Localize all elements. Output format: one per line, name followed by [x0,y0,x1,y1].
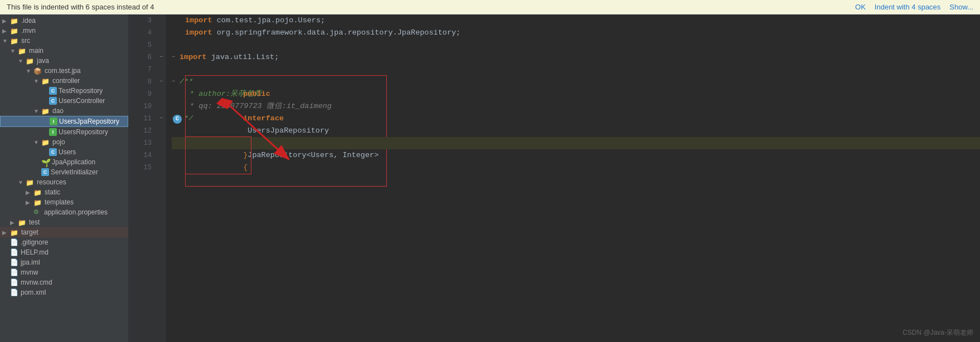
chevron-icon: ▶ [2,28,9,34]
gutter-8[interactable]: − [156,76,166,88]
sidebar-item-test[interactable]: ▶ 📁 test [0,217,128,227]
notification-actions: OK Indent with 4 spaces Show... [855,3,973,11]
sidebar-label-usersjparepository: UsersJpaRepository [59,118,119,125]
sidebar-item-dao[interactable]: ▼ 📁 dao [0,106,128,116]
code-text: org.springframework.data.jpa.repository.… [212,27,461,39]
sidebar-item-usersrepository[interactable]: ▶ I UsersRepository [0,127,128,137]
line-num-7: 7 [128,63,152,76]
fold-marker-8[interactable]: − [172,76,179,88]
line-num-8: 8 [128,76,152,88]
editor-area: 3 4 5 6 7 8 9 10 11 12 13 14 15 − [128,14,980,342]
ok-button[interactable]: OK [855,3,866,11]
line-num-5: 5 [128,39,152,51]
sidebar-label-comtestjpa: com.test.jpa [45,67,81,75]
sidebar-label-java: java [37,57,49,65]
sidebar: ▶ 📁 .idea ▶ 📁 .mvn ▼ 📁 src ▼ 📁 main ▼ 📁 … [0,14,128,342]
sidebar-label-target: target [21,228,38,236]
class-c-icon: C [49,148,57,156]
code-container: 3 4 5 6 7 8 9 10 11 12 13 14 15 − [128,14,980,342]
gutter-6[interactable]: − [156,51,166,63]
code-text: com.test.jpa.pojo.Users; [212,14,326,27]
gutter-12 [156,125,166,137]
kw-interface: interface [243,114,284,123]
code-content[interactable]: import com.test.jpa.pojo.Users; import o… [166,14,980,342]
watermark: CSDN @Java-呆萌老师 [903,328,973,338]
code-line-14: } [172,149,980,162]
keyword-import: import [185,14,212,27]
line-numbers: 3 4 5 6 7 8 9 10 11 12 13 14 15 [128,14,156,342]
sidebar-item-jpaapplication[interactable]: ▶ 🌱 JpaApplication [0,157,128,167]
folder-icon: 📁 [10,37,19,44]
sidebar-item-main[interactable]: ▼ 📁 main [0,46,128,56]
chevron-icon: ▶ [2,229,9,236]
file-icon: 📄 [10,248,18,256]
sidebar-item-servletinitializer[interactable]: ▶ C ServletInitializer [0,167,128,177]
watermark-text: CSDN @Java-呆萌老师 [903,329,973,336]
sidebar-label-test: test [29,218,40,226]
code-text: java.util.List; [207,51,279,63]
file-icon: 📄 [10,279,18,286]
sidebar-label-templates: templates [45,198,74,206]
file-icon: 📄 [10,238,18,246]
sidebar-item-controller[interactable]: ▼ 📁 controller [0,76,128,86]
folder-icon: 📁 [10,17,19,24]
sidebar-item-pomxml[interactable]: ▶ 📄 pom.xml [0,287,128,297]
chevron-icon: ▶ [26,199,32,206]
sidebar-item-application-properties[interactable]: ▶ ⚙ application.properties [0,207,128,217]
gutter-11[interactable]: − [156,113,166,125]
gutter-5 [156,39,166,51]
sidebar-item-helpmd[interactable]: ▶ 📄 HELP.md [0,247,128,257]
show-button[interactable]: Show... [949,3,973,11]
space [243,102,248,110]
code-line-7 [172,63,980,76]
line-num-3: 3 [128,14,152,27]
sidebar-label-jpaapplication: JpaApplication [52,158,95,166]
sidebar-label-static: static [45,188,60,196]
sidebar-label-users: Users [59,148,76,156]
code-line-15 [172,162,980,174]
sidebar-item-mvnw[interactable]: ▶ 📄 mvnw [0,267,128,277]
sidebar-item-testrepository[interactable]: ▶ C TestRepository [0,86,128,96]
chevron-icon: ▼ [18,58,25,64]
sidebar-item-usersjparepository[interactable]: ▶ I UsersJpaRepository [0,116,128,127]
sidebar-item-java[interactable]: ▼ 📁 java [0,56,128,66]
indent-button[interactable]: Indent with 4 spaces [875,3,941,11]
sidebar-item-pojo[interactable]: ▼ 📁 pojo [0,137,128,147]
kw-public: public [243,90,270,98]
sidebar-item-gitignore[interactable]: ▶ 📄 .gitignore [0,237,128,247]
spring-icon: 🌱 [41,158,50,166]
sidebar-label-userscontroller: UsersController [59,97,105,105]
sidebar-item-resources[interactable]: ▼ 📁 resources [0,177,128,187]
sidebar-label-resources: resources [37,178,66,186]
file-icon: 📄 [10,268,18,276]
sidebar-label-usersrepository: UsersRepository [59,128,108,136]
sidebar-item-users[interactable]: ▶ C Users [0,147,128,157]
sidebar-item-comtestjpa[interactable]: ▼ 📦 com.test.jpa [0,66,128,76]
code-line-13 [172,137,980,149]
sidebar-label-application-properties: application.properties [44,208,108,216]
chevron-icon: ▼ [2,38,9,44]
sidebar-item-templates[interactable]: ▶ 📁 templates [0,197,128,207]
fold-marker-6[interactable]: − [172,51,179,63]
line-num-15: 15 [128,162,152,174]
sidebar-label-src: src [21,37,30,45]
code-line-12: C public interface UsersJpaRepository ex… [172,125,980,137]
close-brace: } [243,151,248,159]
sidebar-item-static[interactable]: ▶ 📁 static [0,187,128,197]
sidebar-item-idea[interactable]: ▶ 📁 .idea [0,16,128,26]
sidebar-item-mvn[interactable]: ▶ 📁 .mvn [0,26,128,36]
chevron-icon: ▼ [33,139,40,145]
folder-icon: 📦 [33,67,42,74]
sidebar-item-userscontroller[interactable]: ▶ C UsersController [0,96,128,106]
sidebar-item-mvnwcmd[interactable]: ▶ 📄 mvnw.cmd [0,277,128,287]
folder-icon: 📁 [10,229,19,236]
code-line-4: import org.springframework.data.jpa.repo… [172,27,980,39]
interface-i-icon: I [49,128,57,136]
class-c-icon: C [49,87,57,95]
sidebar-item-jpaiml[interactable]: ▶ 📄 jpa.iml [0,257,128,267]
spring-bean-icon: C [173,115,182,124]
chevron-icon: ▼ [18,179,25,185]
line-num-4: 4 [128,27,152,39]
sidebar-item-src[interactable]: ▼ 📁 src [0,36,128,46]
sidebar-item-target[interactable]: ▶ 📁 target [0,227,128,237]
